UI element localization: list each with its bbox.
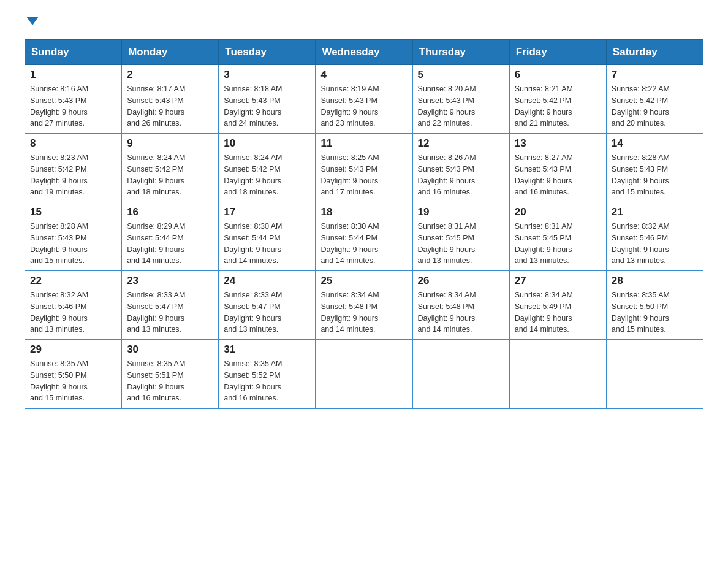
calendar-cell: 25 Sunrise: 8:34 AM Sunset: 5:48 PM Dayl… xyxy=(316,271,412,340)
calendar-week-row: 1 Sunrise: 8:16 AM Sunset: 5:43 PM Dayli… xyxy=(25,65,703,134)
day-number: 11 xyxy=(320,137,407,150)
calendar-cell xyxy=(509,340,606,409)
day-number: 1 xyxy=(30,69,116,81)
day-number: 30 xyxy=(127,343,213,356)
calendar-week-row: 15 Sunrise: 8:28 AM Sunset: 5:43 PM Dayl… xyxy=(25,202,703,271)
calendar-cell: 15 Sunrise: 8:28 AM Sunset: 5:43 PM Dayl… xyxy=(25,202,122,271)
calendar-cell: 26 Sunrise: 8:34 AM Sunset: 5:48 PM Dayl… xyxy=(412,271,509,340)
weekday-header-monday: Monday xyxy=(122,40,219,65)
day-number: 6 xyxy=(515,69,601,81)
day-info: Sunrise: 8:32 AM Sunset: 5:46 PM Dayligh… xyxy=(612,221,698,267)
day-number: 18 xyxy=(320,206,407,218)
day-info: Sunrise: 8:32 AM Sunset: 5:46 PM Dayligh… xyxy=(30,289,116,335)
weekday-header-friday: Friday xyxy=(509,40,606,65)
calendar-cell: 18 Sunrise: 8:30 AM Sunset: 5:44 PM Dayl… xyxy=(316,202,412,271)
calendar-cell xyxy=(606,340,703,409)
day-number: 25 xyxy=(320,275,407,287)
day-number: 31 xyxy=(224,343,310,356)
day-number: 16 xyxy=(127,206,213,218)
day-number: 26 xyxy=(418,275,504,287)
day-info: Sunrise: 8:27 AM Sunset: 5:43 PM Dayligh… xyxy=(515,152,601,198)
day-info: Sunrise: 8:34 AM Sunset: 5:48 PM Dayligh… xyxy=(418,289,504,335)
calendar-cell: 28 Sunrise: 8:35 AM Sunset: 5:50 PM Dayl… xyxy=(606,271,703,340)
calendar-cell: 27 Sunrise: 8:34 AM Sunset: 5:49 PM Dayl… xyxy=(509,271,606,340)
calendar-cell: 30 Sunrise: 8:35 AM Sunset: 5:51 PM Dayl… xyxy=(122,340,219,409)
day-info: Sunrise: 8:16 AM Sunset: 5:43 PM Dayligh… xyxy=(30,83,116,129)
calendar-cell: 23 Sunrise: 8:33 AM Sunset: 5:47 PM Dayl… xyxy=(122,271,219,340)
day-info: Sunrise: 8:26 AM Sunset: 5:43 PM Dayligh… xyxy=(418,152,504,198)
weekday-header-thursday: Thursday xyxy=(412,40,509,65)
day-info: Sunrise: 8:20 AM Sunset: 5:43 PM Dayligh… xyxy=(418,83,504,129)
calendar-cell: 8 Sunrise: 8:23 AM Sunset: 5:42 PM Dayli… xyxy=(25,134,122,202)
day-info: Sunrise: 8:28 AM Sunset: 5:43 PM Dayligh… xyxy=(612,152,698,198)
weekday-header-sunday: Sunday xyxy=(25,40,122,65)
calendar-cell xyxy=(316,340,412,409)
weekday-header-saturday: Saturday xyxy=(606,40,703,65)
day-info: Sunrise: 8:35 AM Sunset: 5:52 PM Dayligh… xyxy=(224,358,310,404)
calendar-cell: 31 Sunrise: 8:35 AM Sunset: 5:52 PM Dayl… xyxy=(219,340,316,409)
day-number: 24 xyxy=(224,275,310,287)
day-info: Sunrise: 8:34 AM Sunset: 5:49 PM Dayligh… xyxy=(515,289,601,335)
day-number: 3 xyxy=(224,69,310,81)
day-number: 19 xyxy=(418,206,504,218)
calendar-cell: 9 Sunrise: 8:24 AM Sunset: 5:42 PM Dayli… xyxy=(122,134,219,202)
day-number: 8 xyxy=(30,137,116,150)
calendar-cell: 6 Sunrise: 8:21 AM Sunset: 5:42 PM Dayli… xyxy=(509,65,606,134)
day-info: Sunrise: 8:28 AM Sunset: 5:43 PM Dayligh… xyxy=(30,221,116,267)
weekday-header-row: SundayMondayTuesdayWednesdayThursdayFrid… xyxy=(25,40,703,65)
day-number: 5 xyxy=(418,69,504,81)
day-info: Sunrise: 8:35 AM Sunset: 5:51 PM Dayligh… xyxy=(127,358,213,404)
day-number: 14 xyxy=(612,137,698,150)
day-info: Sunrise: 8:25 AM Sunset: 5:43 PM Dayligh… xyxy=(320,152,407,198)
calendar-week-row: 22 Sunrise: 8:32 AM Sunset: 5:46 PM Dayl… xyxy=(25,271,703,340)
day-number: 27 xyxy=(515,275,601,287)
calendar-table: SundayMondayTuesdayWednesdayThursdayFrid… xyxy=(25,39,703,409)
day-number: 13 xyxy=(515,137,601,150)
calendar-cell: 16 Sunrise: 8:29 AM Sunset: 5:44 PM Dayl… xyxy=(122,202,219,271)
day-info: Sunrise: 8:31 AM Sunset: 5:45 PM Dayligh… xyxy=(418,221,504,267)
day-info: Sunrise: 8:30 AM Sunset: 5:44 PM Dayligh… xyxy=(320,221,407,267)
day-info: Sunrise: 8:23 AM Sunset: 5:42 PM Dayligh… xyxy=(30,152,116,198)
calendar-cell: 2 Sunrise: 8:17 AM Sunset: 5:43 PM Dayli… xyxy=(122,65,219,134)
calendar-cell: 13 Sunrise: 8:27 AM Sunset: 5:43 PM Dayl… xyxy=(509,134,606,202)
day-number: 4 xyxy=(320,69,407,81)
day-info: Sunrise: 8:30 AM Sunset: 5:44 PM Dayligh… xyxy=(224,221,310,267)
calendar-cell xyxy=(412,340,509,409)
day-number: 21 xyxy=(612,206,698,218)
day-info: Sunrise: 8:21 AM Sunset: 5:42 PM Dayligh… xyxy=(515,83,601,129)
calendar-cell: 19 Sunrise: 8:31 AM Sunset: 5:45 PM Dayl… xyxy=(412,202,509,271)
day-number: 22 xyxy=(30,275,116,287)
day-info: Sunrise: 8:24 AM Sunset: 5:42 PM Dayligh… xyxy=(224,152,310,198)
day-number: 20 xyxy=(515,206,601,218)
day-info: Sunrise: 8:18 AM Sunset: 5:43 PM Dayligh… xyxy=(224,83,310,129)
calendar-cell: 1 Sunrise: 8:16 AM Sunset: 5:43 PM Dayli… xyxy=(25,65,122,134)
calendar-cell: 14 Sunrise: 8:28 AM Sunset: 5:43 PM Dayl… xyxy=(606,134,703,202)
day-info: Sunrise: 8:24 AM Sunset: 5:42 PM Dayligh… xyxy=(127,152,213,198)
day-number: 29 xyxy=(30,343,116,356)
day-info: Sunrise: 8:22 AM Sunset: 5:42 PM Dayligh… xyxy=(612,83,698,129)
day-info: Sunrise: 8:33 AM Sunset: 5:47 PM Dayligh… xyxy=(127,289,213,335)
day-info: Sunrise: 8:31 AM Sunset: 5:45 PM Dayligh… xyxy=(515,221,601,267)
calendar-cell: 24 Sunrise: 8:33 AM Sunset: 5:47 PM Dayl… xyxy=(219,271,316,340)
calendar-cell: 29 Sunrise: 8:35 AM Sunset: 5:50 PM Dayl… xyxy=(25,340,122,409)
day-number: 28 xyxy=(612,275,698,287)
day-info: Sunrise: 8:34 AM Sunset: 5:48 PM Dayligh… xyxy=(320,289,407,335)
calendar-cell: 7 Sunrise: 8:22 AM Sunset: 5:42 PM Dayli… xyxy=(606,65,703,134)
day-info: Sunrise: 8:17 AM Sunset: 5:43 PM Dayligh… xyxy=(127,83,213,129)
calendar-cell: 4 Sunrise: 8:19 AM Sunset: 5:43 PM Dayli… xyxy=(316,65,412,134)
calendar-cell: 17 Sunrise: 8:30 AM Sunset: 5:44 PM Dayl… xyxy=(219,202,316,271)
day-number: 17 xyxy=(224,206,310,218)
calendar-week-row: 8 Sunrise: 8:23 AM Sunset: 5:42 PM Dayli… xyxy=(25,134,703,202)
calendar-cell: 10 Sunrise: 8:24 AM Sunset: 5:42 PM Dayl… xyxy=(219,134,316,202)
weekday-header-wednesday: Wednesday xyxy=(316,40,412,65)
calendar-cell: 22 Sunrise: 8:32 AM Sunset: 5:46 PM Dayl… xyxy=(25,271,122,340)
day-number: 15 xyxy=(30,206,116,218)
calendar-cell: 11 Sunrise: 8:25 AM Sunset: 5:43 PM Dayl… xyxy=(316,134,412,202)
day-info: Sunrise: 8:33 AM Sunset: 5:47 PM Dayligh… xyxy=(224,289,310,335)
calendar-week-row: 29 Sunrise: 8:35 AM Sunset: 5:50 PM Dayl… xyxy=(25,340,703,409)
weekday-header-tuesday: Tuesday xyxy=(219,40,316,65)
day-number: 12 xyxy=(418,137,504,150)
day-info: Sunrise: 8:19 AM Sunset: 5:43 PM Dayligh… xyxy=(320,83,407,129)
calendar-cell: 21 Sunrise: 8:32 AM Sunset: 5:46 PM Dayl… xyxy=(606,202,703,271)
day-info: Sunrise: 8:35 AM Sunset: 5:50 PM Dayligh… xyxy=(612,289,698,335)
